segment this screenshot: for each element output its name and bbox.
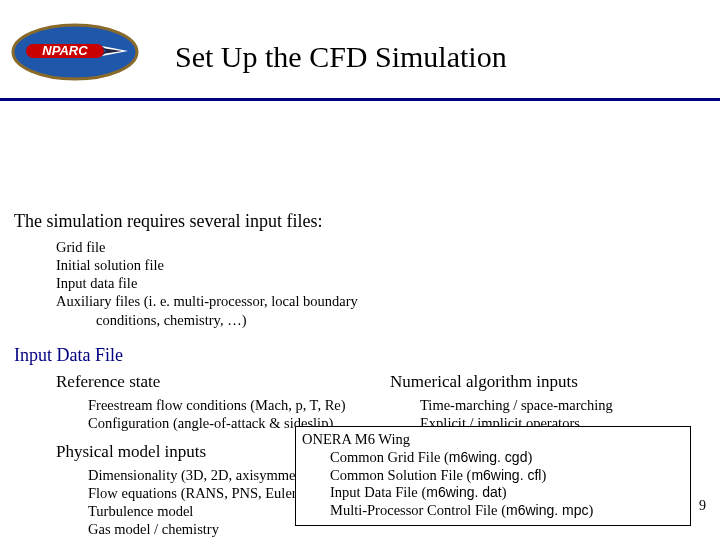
code-filename: m6wing. dat [426, 484, 501, 500]
logo-label-text: NPARC [42, 43, 88, 58]
nparc-logo-svg: NPARC [10, 22, 140, 82]
section-heading: Input Data File [14, 345, 720, 366]
list-item: Common Grid File (m6wing. cgd) [330, 449, 684, 467]
list-item: Auxiliary files (i. e. multi-processor, … [56, 292, 720, 310]
list-item: Grid file [56, 238, 720, 256]
onera-callout-box: ONERA M6 Wing Common Grid File (m6wing. … [295, 426, 691, 526]
list-item: Freestream flow conditions (Mach, p, T, … [88, 396, 380, 414]
list-item: Input Data File (m6wing. dat) [330, 484, 684, 502]
code-filename: m6wing. mpc [506, 502, 588, 518]
input-files-list: Grid file Initial solution file Input da… [56, 238, 720, 329]
intro-text: The simulation requires several input fi… [14, 211, 720, 232]
slide-title: Set Up the CFD Simulation [175, 40, 507, 74]
onera-title: ONERA M6 Wing [302, 431, 684, 448]
divider-bottom [0, 100, 720, 101]
list-item: Initial solution file [56, 256, 720, 274]
list-item: Common Solution File (m6wing. cfl) [330, 467, 684, 485]
onera-items: Common Grid File (m6wing. cgd) Common So… [330, 449, 684, 520]
reference-state-heading: Reference state [56, 372, 380, 392]
code-filename: m6wing. cgd [449, 449, 528, 465]
numerical-algorithm-heading: Numerical algorithm inputs [390, 372, 720, 392]
page-number: 9 [699, 498, 706, 514]
list-item: Multi-Processor Control File (m6wing. mp… [330, 502, 684, 520]
list-item: Input data file [56, 274, 720, 292]
code-filename: m6wing. cfl [471, 467, 541, 483]
nparc-logo: NPARC [10, 22, 140, 82]
slide-header: NPARC Set Up the CFD Simulation [0, 0, 720, 95]
list-item-continuation: conditions, chemistry, …) [96, 311, 720, 329]
slide: NPARC Set Up the CFD Simulation The simu… [0, 0, 720, 540]
list-item: Time-marching / space-marching [420, 396, 720, 414]
